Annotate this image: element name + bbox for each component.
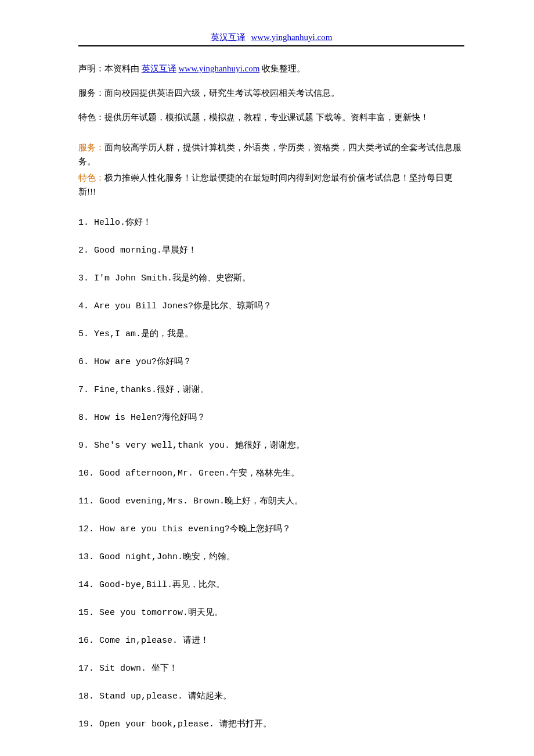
list-item: 15. See you tomorrow.明天见。: [78, 605, 464, 620]
list-item: 6. How are you?你好吗？: [78, 354, 464, 369]
list-item-zh: 我是约翰、史密斯。: [172, 273, 251, 282]
intro-link-url[interactable]: www.yinghanhuyi.com: [179, 64, 260, 73]
promo-line-2: 特色：极力推崇人性化服务！让您最便捷的在最短时间内得到对您最有价值考试信息！坚持…: [78, 171, 464, 199]
list-item-en: 7. Fine,thanks.: [78, 385, 157, 395]
list-item-zh: 午安，格林先生。: [230, 468, 300, 477]
list-item: 2. Good morning.早晨好！: [78, 243, 464, 258]
promo-text-service: 面向较高学历人群，提供计算机类，外语类，学历类，资格类，四大类考试的全套考试信息…: [78, 143, 461, 166]
list-item-en: 5. Yes,I am.: [78, 329, 141, 339]
list-item-zh: 请站起来。: [188, 691, 232, 700]
promo-label-feature: 特色：: [78, 173, 104, 182]
list-item-en: 10. Good afternoon,Mr. Green.: [78, 469, 230, 478]
list-item-en: 11. Good evening,Mrs. Brown.: [78, 496, 225, 506]
list-item: 9. She's very well,thank you. 她很好，谢谢您。: [78, 438, 464, 453]
list-item: 14. Good-bye,Bill.再见，比尔。: [78, 577, 464, 592]
list-item-en: 8. How is Helen?: [78, 413, 162, 423]
list-item: 1. Hello.你好！: [78, 215, 464, 230]
intro-line-1: 声明：本资料由 英汉互译 www.yinghanhuyi.com 收集整理。: [78, 62, 464, 75]
list-item: 17. Sit down. 坐下！: [78, 661, 464, 676]
list-item: 10. Good afternoon,Mr. Green.午安，格林先生。: [78, 466, 464, 481]
list-item-en: 17. Sit down.: [78, 664, 151, 674]
list-item-zh: 你是比尔、琼斯吗？: [193, 301, 272, 310]
list-item: 12. How are you this evening?今晚上您好吗？: [78, 521, 464, 537]
list-item-en: 19. Open your book,please.: [78, 719, 219, 729]
list-item: 11. Good evening,Mrs. Brown.晚上好，布朗夫人。: [78, 494, 464, 509]
list-item: 19. Open your book,please. 请把书打开。: [78, 717, 464, 732]
list-item-en: 4. Are you Bill Jones?: [78, 301, 193, 311]
list-item-en: 3. I'm John Smith.: [78, 273, 172, 283]
list-item-en: 13. Good night,John.: [78, 552, 183, 562]
header-url-link[interactable]: www.yinghanhuyi.com: [251, 33, 332, 42]
promo-block: 服务：面向较高学历人群，提供计算机类，外语类，学历类，资格类，四大类考试的全套考…: [78, 141, 464, 199]
list-item: 16. Come in,please. 请进！: [78, 633, 464, 648]
list-item-zh: 今晚上您好吗？: [230, 524, 291, 533]
list-item-zh: 是的，我是。: [141, 329, 193, 338]
list-item-en: 18. Stand up,please.: [78, 692, 188, 701]
list-item: 5. Yes,I am.是的，我是。: [78, 326, 464, 341]
header-title-link[interactable]: 英汉互译: [211, 33, 246, 42]
list-item: 18. Stand up,please. 请站起来。: [78, 689, 464, 704]
intro-line-2: 服务：面向校园提供英语四六级，研究生考试等校园相关考试信息。: [78, 86, 464, 100]
list-item-en: 15. See you tomorrow.: [78, 608, 188, 618]
list-item-zh: 晚上好，布朗夫人。: [225, 496, 303, 505]
list-item: 3. I'm John Smith.我是约翰、史密斯。: [78, 271, 464, 286]
document-page: 英汉互译 www.yinghanhuyi.com 声明：本资料由 英汉互译 ww…: [0, 0, 534, 756]
list-item: 4. Are you Bill Jones?你是比尔、琼斯吗？: [78, 298, 464, 314]
intro-line-3: 特色：提供历年试题，模拟试题，模拟盘，教程，专业课试题 下载等。资料丰富，更新快…: [78, 110, 464, 124]
promo-label-service: 服务：: [78, 143, 104, 152]
list-item-en: 2. Good morning.: [78, 246, 162, 255]
list-item-zh: 晚安，约翰。: [183, 552, 235, 561]
list-item-en: 12. How are you this evening?: [78, 524, 230, 534]
list-item-zh: 明天见。: [188, 607, 223, 617]
sentence-list: 1. Hello.你好！ 2. Good morning.早晨好！ 3. I'm…: [78, 215, 464, 732]
list-item-zh: 再见，比尔。: [172, 579, 225, 589]
list-item-zh: 海伦好吗？: [162, 412, 205, 422]
header-divider: [78, 45, 464, 46]
list-item-zh: 请进！: [183, 635, 209, 645]
intro-link-title[interactable]: 英汉互译: [142, 64, 176, 73]
intro-block: 声明：本资料由 英汉互译 www.yinghanhuyi.com 收集整理。 服…: [78, 62, 464, 124]
list-item-en: 16. Come in,please.: [78, 636, 183, 646]
promo-text-feature: 极力推崇人性化服务！让您最便捷的在最短时间内得到对您最有价值考试信息！坚持每日更…: [78, 173, 453, 196]
list-item-zh: 很好，谢谢。: [157, 384, 209, 394]
list-item-zh: 你好！: [125, 217, 151, 226]
intro-line-1-pre: 声明：本资料由: [78, 64, 142, 73]
list-item-zh: 你好吗？: [157, 357, 192, 366]
intro-line-1-post: 收集整理。: [262, 64, 305, 73]
list-item-en: 6. How are you?: [78, 357, 157, 367]
list-item: 7. Fine,thanks.很好，谢谢。: [78, 382, 464, 397]
list-item-zh: 请把书打开。: [219, 719, 272, 728]
content-area: 声明：本资料由 英汉互译 www.yinghanhuyi.com 收集整理。 服…: [78, 62, 464, 732]
list-item-zh: 她很好，谢谢您。: [235, 440, 305, 449]
list-item-en: 1. Hello.: [78, 218, 125, 228]
list-item: 8. How is Helen?海伦好吗？: [78, 410, 464, 425]
list-item: 13. Good night,John.晚安，约翰。: [78, 549, 464, 564]
list-item-en: 14. Good-bye,Bill.: [78, 580, 172, 590]
list-item-zh: 坐下！: [151, 663, 178, 672]
page-header: 英汉互译 www.yinghanhuyi.com: [78, 32, 464, 43]
promo-line-1: 服务：面向较高学历人群，提供计算机类，外语类，学历类，资格类，四大类考试的全套考…: [78, 141, 464, 168]
list-item-zh: 早晨好！: [162, 245, 197, 254]
list-item-en: 9. She's very well,thank you.: [78, 441, 235, 451]
